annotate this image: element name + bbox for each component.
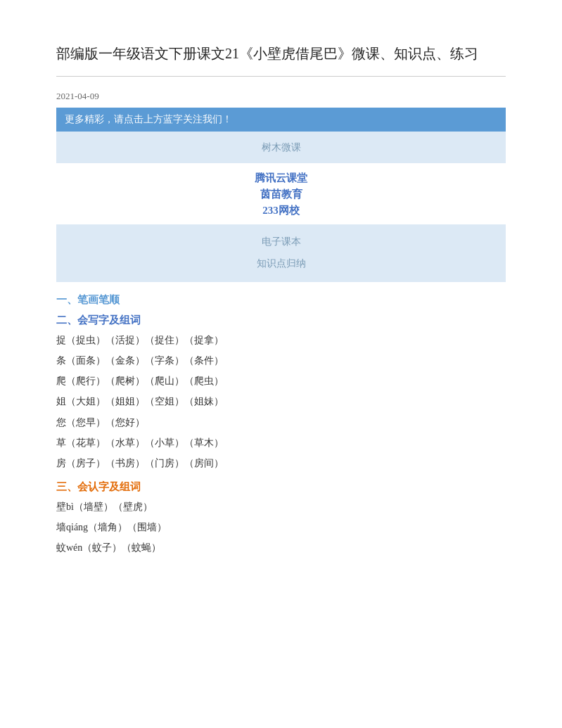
recognition-line-1: 墙qiáng（墙角）（围墙） xyxy=(56,518,506,536)
recognition-lines: 壁bì（墙壁）（壁虎） 墙qiáng（墙角）（围墙） 蚊wén（蚊子）（蚊蝇） xyxy=(56,498,506,557)
light-box-2-line1: 电子课本 xyxy=(65,231,497,253)
link-233[interactable]: 233网校 xyxy=(56,204,506,217)
link-yinmiao[interactable]: 茵苗教育 xyxy=(56,188,506,201)
section1-heading: 一、笔画笔顺 xyxy=(56,293,506,307)
vocab-line-0: 捉（捉虫）（活捉）（捉住）（捉拿） xyxy=(56,331,506,349)
links-section: 腾讯云课堂 茵苗教育 233网校 xyxy=(56,172,506,217)
light-box-1: 树木微课 xyxy=(56,132,506,163)
section2-heading: 二、会写字及组词 xyxy=(56,314,506,327)
vocab-line-6: 房（房子）（书房）（门房）（房间） xyxy=(56,454,506,472)
light-box-2: 电子课本 知识点归纳 xyxy=(56,224,506,282)
link-tencent[interactable]: 腾讯云课堂 xyxy=(56,172,506,185)
vocab-lines: 捉（捉虫）（活捉）（捉住）（捉拿） 条（面条）（金条）（字条）（条件） 爬（爬行… xyxy=(56,331,506,472)
date-label: 2021-04-09 xyxy=(56,91,506,102)
vocab-line-4: 您（您早）（您好） xyxy=(56,414,506,431)
recognition-line-2: 蚊wén（蚊子）（蚊蝇） xyxy=(56,539,506,556)
vocab-line-3: 姐（大姐）（姐姐）（空姐）（姐妹） xyxy=(56,392,506,410)
vocab-line-5: 草（花草）（水草）（小草）（草木） xyxy=(56,434,506,452)
section3-heading: 三、会认字及组词 xyxy=(56,480,506,494)
page-title: 部编版一年级语文下册课文21《小壁虎借尾巴》微课、知识点、练习 xyxy=(56,42,506,77)
vocab-line-1: 条（面条）（金条）（字条）（条件） xyxy=(56,352,506,369)
light-box-2-line2: 知识点归纳 xyxy=(65,253,497,275)
recognition-line-0: 壁bì（墙壁）（壁虎） xyxy=(56,498,506,516)
vocab-line-2: 爬（爬行）（爬树）（爬山）（爬虫） xyxy=(56,372,506,390)
blue-banner: 更多精彩，请点击上方蓝字关注我们！ xyxy=(56,108,506,132)
